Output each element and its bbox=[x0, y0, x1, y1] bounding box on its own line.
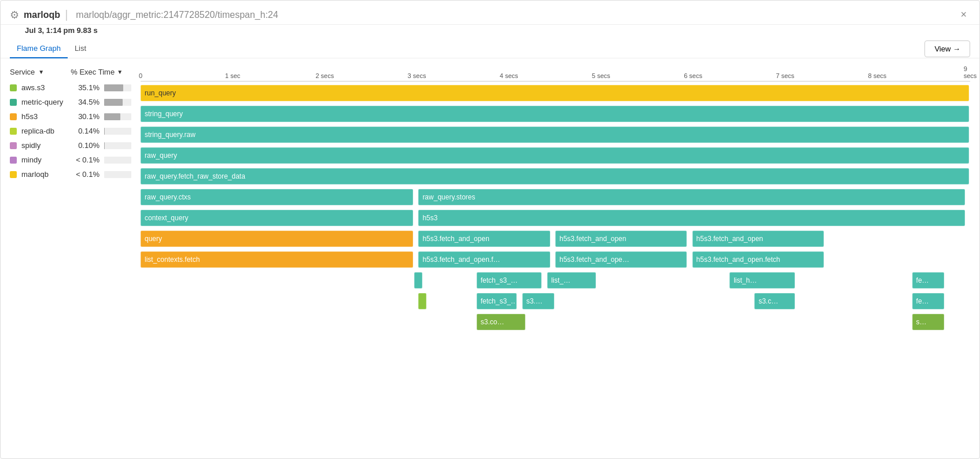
flame-block[interactable]: list_contexts.fetch bbox=[141, 251, 413, 268]
flame-block[interactable]: run_query bbox=[141, 85, 969, 101]
flame-block[interactable]: fe… bbox=[912, 293, 944, 309]
flame-row-2: string_query.raw bbox=[141, 127, 970, 145]
flame-block[interactable]: raw_query bbox=[141, 147, 969, 164]
legend-name: mindy bbox=[21, 156, 73, 164]
time-tick-1: 1 sec bbox=[225, 72, 240, 79]
tab-flame-graph[interactable]: Flame Graph bbox=[10, 39, 68, 58]
flame-graph-area: 01 sec2 secs3 secs4 secs5 secs6 secs7 se… bbox=[141, 68, 970, 449]
flame-block[interactable]: string_query.raw bbox=[141, 127, 969, 143]
legend-bar-fill bbox=[104, 84, 123, 91]
title-bar: ⚙ marloqb | marloqb/aggr_metric:21477285… bbox=[1, 1, 979, 25]
legend-header: Service ▼ % Exec Time ▼ bbox=[10, 68, 131, 76]
exec-dropdown-icon: ▼ bbox=[117, 69, 123, 75]
close-button[interactable]: × bbox=[957, 8, 970, 22]
flame-block[interactable]: h5s3.fetch_and_open.fetch bbox=[692, 251, 824, 268]
flame-row-11: s3.co…s… bbox=[141, 314, 970, 332]
legend-name: spidly bbox=[21, 141, 73, 150]
time-tick-4: 4 secs bbox=[500, 72, 518, 79]
legend-bar bbox=[104, 142, 131, 149]
flame-block[interactable] bbox=[418, 293, 426, 309]
flame-block[interactable]: fetch_s3_… bbox=[477, 272, 542, 288]
flame-block[interactable]: s3.c… bbox=[754, 293, 795, 309]
legend-bar bbox=[104, 128, 131, 135]
legend-item-metric-query: metric-query 34.5% bbox=[10, 98, 131, 106]
legend-pct: 0.14% bbox=[73, 127, 100, 135]
legend-pct: 30.1% bbox=[73, 112, 100, 121]
flame-block[interactable]: fetch_s3_… bbox=[477, 293, 517, 309]
exec-time-column-header[interactable]: % Exec Time ▼ bbox=[71, 68, 123, 76]
window-path: marloqb/aggr_metric:2147728520/timespan_… bbox=[76, 10, 278, 20]
legend-item-mindy: mindy < 0.1% bbox=[10, 156, 131, 164]
subtitle: Jul 3, 1:14 pm 9.83 s bbox=[1, 25, 979, 39]
time-tick-6: 6 secs bbox=[684, 72, 702, 79]
time-tick-3: 3 secs bbox=[408, 72, 426, 79]
legend-bar bbox=[104, 157, 131, 164]
legend-name: metric-query bbox=[21, 98, 73, 106]
legend-name: h5s3 bbox=[21, 112, 73, 121]
legend-bar-fill bbox=[104, 99, 123, 106]
time-tick-9: 9 secs bbox=[964, 65, 977, 79]
flame-block[interactable]: h5s3.fetch_and_open bbox=[692, 231, 824, 247]
legend-pct: 35.1% bbox=[73, 83, 100, 92]
flame-row-4: raw_query.fetch_raw_store_data bbox=[141, 168, 970, 187]
flame-row-6: context_queryh5s3 bbox=[141, 210, 970, 228]
legend-color-dot bbox=[10, 128, 17, 135]
flame-block[interactable] bbox=[414, 272, 422, 288]
flame-block[interactable]: context_query bbox=[141, 210, 413, 226]
legend-bar bbox=[104, 99, 131, 106]
flame-block[interactable]: raw_query.fetch_raw_store_data bbox=[141, 168, 969, 184]
flame-block[interactable]: raw_query.ctxs bbox=[141, 189, 413, 205]
flame-row-10: fetch_s3_…s3.…s3.c…fe… bbox=[141, 293, 970, 312]
legend-color-dot bbox=[10, 157, 17, 164]
flame-block[interactable]: list_… bbox=[547, 272, 596, 288]
flame-block[interactable]: list_h… bbox=[730, 272, 795, 288]
main-content: Service ▼ % Exec Time ▼ aws.s3 35.1% met… bbox=[1, 58, 979, 458]
flame-block[interactable]: h5s3.fetch_and_open bbox=[555, 231, 687, 247]
flame-block[interactable]: s3.co… bbox=[477, 314, 525, 330]
legend-items: aws.s3 35.1% metric-query 34.5% h5s3 30.… bbox=[10, 83, 131, 179]
legend-item-h5s3: h5s3 30.1% bbox=[10, 112, 131, 121]
legend-bar bbox=[104, 171, 131, 178]
legend-bar-fill bbox=[104, 113, 120, 120]
time-tick-7: 7 secs bbox=[776, 72, 794, 79]
time-tick-5: 5 secs bbox=[592, 72, 610, 79]
legend-item-spidly: spidly 0.10% bbox=[10, 141, 131, 150]
flame-block[interactable]: h5s3.fetch_and_open.f… bbox=[418, 251, 550, 268]
flame-block[interactable]: query bbox=[141, 231, 413, 247]
flame-block[interactable]: fe… bbox=[912, 272, 944, 288]
time-tick-2: 2 secs bbox=[315, 72, 334, 79]
flame-row-9: fetch_s3_…list_…list_h…fe… bbox=[141, 272, 970, 291]
flame-rows: run_querystring_querystring_query.rawraw… bbox=[141, 85, 970, 335]
flame-block[interactable]: raw_query.stores bbox=[418, 189, 964, 205]
flame-block[interactable]: h5s3 bbox=[418, 210, 964, 226]
flame-block[interactable]: s3.… bbox=[522, 293, 554, 309]
legend-item-replica-db: replica-db 0.14% bbox=[10, 127, 131, 135]
legend-color-dot bbox=[10, 113, 17, 120]
gear-icon: ⚙ bbox=[10, 9, 19, 21]
flame-block[interactable]: h5s3.fetch_and_ope… bbox=[555, 251, 687, 268]
legend-color-dot bbox=[10, 142, 17, 149]
legend-bar bbox=[104, 84, 131, 91]
flame-block[interactable]: s… bbox=[912, 314, 944, 330]
tab-list[interactable]: List bbox=[68, 39, 93, 58]
legend-item-marloqb: marloqb < 0.1% bbox=[10, 170, 131, 179]
flame-row-7: queryh5s3.fetch_and_openh5s3.fetch_and_o… bbox=[141, 231, 970, 249]
separator: | bbox=[65, 8, 68, 21]
legend-item-aws-s3: aws.s3 35.1% bbox=[10, 83, 131, 92]
service-dropdown-icon: ▼ bbox=[38, 69, 44, 75]
flame-row-8: list_contexts.fetchh5s3.fetch_and_open.f… bbox=[141, 251, 970, 270]
tab-bar: Flame Graph List View → bbox=[1, 39, 979, 58]
flame-block[interactable]: string_query bbox=[141, 106, 969, 122]
window-title: marloqb bbox=[24, 10, 60, 20]
service-column-header[interactable]: Service ▼ bbox=[10, 68, 44, 76]
flame-block[interactable]: h5s3.fetch_and_open bbox=[418, 231, 550, 247]
flame-row-5: raw_query.ctxsraw_query.stores bbox=[141, 189, 970, 208]
legend-pct: 0.10% bbox=[73, 141, 100, 150]
view-button[interactable]: View → bbox=[924, 40, 970, 57]
legend-pct: < 0.1% bbox=[73, 156, 100, 164]
legend-color-dot bbox=[10, 171, 17, 178]
time-axis: 01 sec2 secs3 secs4 secs5 secs6 secs7 se… bbox=[141, 68, 970, 82]
legend-panel: Service ▼ % Exec Time ▼ aws.s3 35.1% met… bbox=[10, 68, 131, 449]
flame-row-1: string_query bbox=[141, 106, 970, 124]
legend-name: replica-db bbox=[21, 127, 73, 135]
